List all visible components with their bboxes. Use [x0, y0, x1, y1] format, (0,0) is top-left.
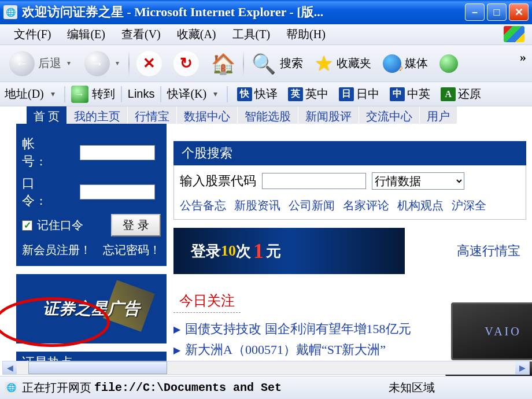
- back-button[interactable]: ← 后退 ▾: [5, 49, 77, 79]
- pill-zhong[interactable]: 中中英: [386, 85, 434, 103]
- tab-home[interactable]: 首 页: [27, 106, 67, 124]
- stock-search-body: 输入股票代码 行情数据 公告备忘 新股资讯 公司新闻 名家评论 机构观点 沪深全: [173, 165, 526, 220]
- password-label: 口 令:: [22, 175, 72, 209]
- promo-banner: 登录 10 次 1 元 VAIO 高速行情宝: [173, 228, 526, 274]
- menu-bar: 文件(F) 编辑(E) 查看(V) 收藏(A) 工具(T) 帮助(H): [0, 24, 532, 45]
- search-button[interactable]: 🔍 搜索: [246, 49, 308, 79]
- today-header: 今日关注: [173, 289, 241, 313]
- cat-link[interactable]: 新股资讯: [234, 198, 280, 213]
- scroll-right-button[interactable]: ▶: [515, 361, 529, 374]
- menu-view[interactable]: 查看(V): [113, 24, 169, 45]
- status-loading: 正在打开网页: [22, 380, 91, 396]
- window-minimize-button[interactable]: －: [465, 3, 485, 21]
- login-button[interactable]: 登 录: [111, 214, 161, 237]
- pill-ying-text: 英中: [305, 86, 328, 102]
- ad-text: 证券之星广告: [43, 298, 140, 320]
- toolbar: ← 后退 ▾ → ▾ ✕ ↻ 🏠 🔍 搜索 ★ 收藏夹 媒体 »: [0, 45, 532, 82]
- scroll-left-button[interactable]: ◀: [3, 361, 17, 374]
- status-bar: 🌐 正在打开网页 file://C:\Documents and Set 未知区…: [0, 376, 532, 399]
- page-content: 首 页 我的主页 行情宝 数据中心 智能选股 新闻股评 交流中心 用户 帐 号:…: [0, 106, 532, 376]
- cat-link[interactable]: 机构观点: [397, 198, 444, 213]
- pill-kuai[interactable]: 快快译: [234, 85, 281, 103]
- data-type-select[interactable]: 行情数据: [372, 172, 464, 190]
- category-links: 公告备忘 新股资讯 公司新闻 名家评论 机构观点 沪深全: [180, 198, 520, 213]
- cat-link[interactable]: 公告备忘: [180, 198, 226, 213]
- promo-pre: 登录: [191, 241, 221, 261]
- scroll-track[interactable]: [17, 361, 515, 374]
- address-dropdown-icon[interactable]: ▾: [47, 89, 58, 99]
- menu-tools[interactable]: 工具(T): [224, 24, 279, 45]
- remember-checkbox[interactable]: ✓: [22, 220, 32, 231]
- account-input[interactable]: [80, 145, 155, 160]
- menu-favorites[interactable]: 收藏(A): [169, 24, 224, 45]
- history-button[interactable]: [435, 52, 463, 75]
- ad-panel[interactable]: 证券之星广告: [16, 274, 167, 343]
- address-label: 地址(D): [5, 86, 44, 102]
- menu-help[interactable]: 帮助(H): [278, 24, 334, 45]
- kuaiyi-label[interactable]: 快译(K): [167, 86, 206, 102]
- forgot-link[interactable]: 忘记密码！: [103, 242, 161, 258]
- tab-news[interactable]: 新闻股评: [298, 106, 359, 124]
- status-page-icon: 🌐: [5, 382, 17, 394]
- pill-zhong-text: 中英: [407, 86, 430, 102]
- pill-ying-box: 英: [288, 87, 303, 101]
- pill-ri-text: 日中: [356, 86, 379, 102]
- cat-link[interactable]: 公司新闻: [289, 198, 335, 213]
- back-label: 后退: [38, 56, 61, 71]
- promo-link[interactable]: 高速行情宝: [457, 242, 520, 260]
- home-button[interactable]: 🏠: [206, 49, 241, 79]
- register-link[interactable]: 新会员注册！: [22, 242, 91, 258]
- pill-huan[interactable]: A还原: [437, 85, 485, 103]
- menu-file[interactable]: 文件(F): [6, 24, 59, 45]
- news-link[interactable]: 国债支持技改 国企利润有望年增158亿元: [185, 320, 411, 338]
- window-titlebar: 🌐 欢迎访问证券之星 - Microsoft Internet Explorer…: [0, 0, 532, 24]
- forward-button[interactable]: → ▾: [80, 49, 126, 79]
- tab-smart[interactable]: 智能选股: [238, 106, 298, 124]
- star-icon: ★: [315, 51, 333, 76]
- stock-search-header: 个股搜索: [173, 141, 526, 165]
- promo-yuan: 元: [266, 241, 281, 261]
- links-label[interactable]: Links: [128, 87, 155, 101]
- pill-ri[interactable]: 日日中: [335, 85, 383, 103]
- cat-link[interactable]: 沪深全: [452, 198, 486, 213]
- pill-ri-box: 日: [339, 87, 354, 101]
- refresh-icon: ↻: [173, 51, 199, 76]
- tab-comm[interactable]: 交流中心: [359, 106, 420, 124]
- forward-dropdown-icon[interactable]: ▾: [113, 59, 121, 68]
- favorites-button[interactable]: ★ 收藏夹: [310, 49, 376, 78]
- menu-edit[interactable]: 编辑(E): [59, 24, 113, 45]
- left-column: 帐 号: 口 令: ✓ 记住口令 登 录 新会员注册！ 忘记密码！ 证券之星广告…: [16, 124, 167, 376]
- status-zone: 未知区域: [389, 380, 435, 396]
- window-maximize-button[interactable]: □: [487, 3, 507, 21]
- promo-image[interactable]: 登录 10 次 1 元: [173, 228, 405, 274]
- toolbar-overflow-icon[interactable]: »: [520, 50, 526, 65]
- bullet-icon: ▶: [173, 345, 180, 356]
- tab-hangqing[interactable]: 行情宝: [128, 106, 177, 124]
- ie-page-icon: 🌐: [3, 5, 17, 19]
- pill-ying[interactable]: 英英中: [285, 85, 332, 103]
- separator: [160, 86, 161, 102]
- stop-button[interactable]: ✕: [132, 49, 167, 79]
- scroll-thumb[interactable]: [28, 361, 167, 374]
- kuaiyi-dropdown-icon[interactable]: ▾: [210, 89, 221, 99]
- horizontal-scrollbar[interactable]: ◀ ▶: [2, 361, 530, 375]
- window-close-button[interactable]: ✕: [509, 3, 529, 21]
- pill-huan-box: A: [441, 87, 456, 101]
- cat-link[interactable]: 名家评论: [343, 198, 389, 213]
- password-input[interactable]: [80, 184, 155, 200]
- status-url: file://C:\Documents and Set: [94, 381, 282, 394]
- promo-mid: 10: [221, 242, 236, 260]
- tab-user[interactable]: 用户: [420, 106, 457, 124]
- refresh-button[interactable]: ↻: [169, 49, 204, 79]
- tab-mypage[interactable]: 我的主页: [67, 106, 128, 124]
- go-label: 转到: [92, 86, 115, 102]
- news-link[interactable]: 新大洲A（000571）戴帽“ST新大洲”: [185, 341, 386, 359]
- promo-one: 1: [253, 239, 264, 263]
- laptop-screen: VAIO: [451, 302, 532, 360]
- go-button[interactable]: →: [71, 86, 88, 103]
- media-button[interactable]: 媒体: [378, 52, 433, 75]
- tab-data[interactable]: 数据中心: [177, 106, 238, 124]
- history-icon: [439, 54, 458, 73]
- back-dropdown-icon[interactable]: ▾: [65, 59, 73, 68]
- stock-code-input[interactable]: [262, 173, 366, 189]
